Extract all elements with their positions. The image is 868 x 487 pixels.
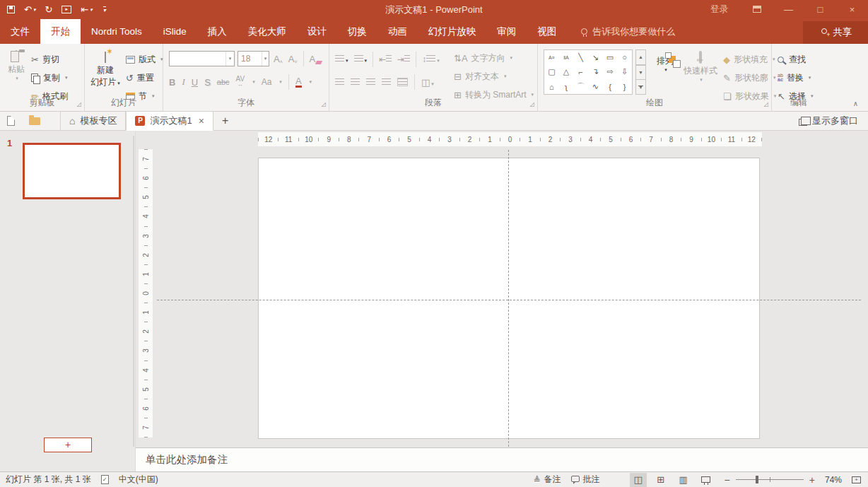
slideshow-view-button[interactable] bbox=[698, 473, 715, 487]
ribbon-tab[interactable]: 设计 bbox=[297, 19, 337, 44]
arc-icon[interactable]: ⌒ bbox=[573, 79, 588, 94]
font-name-combo[interactable]: ▾ bbox=[169, 51, 235, 66]
zoom-slider-thumb[interactable] bbox=[756, 476, 758, 483]
new-slide-button[interactable]: ✶ 新建 幻灯片▾ bbox=[89, 52, 122, 88]
redo-icon[interactable]: ↻ bbox=[45, 4, 52, 15]
decrease-font-size-button[interactable]: A˅ bbox=[288, 54, 298, 64]
font-size-dropdown-icon[interactable]: ▾ bbox=[262, 52, 269, 66]
file-tab[interactable]: 文件 bbox=[0, 19, 40, 44]
horizontal-guide[interactable] bbox=[157, 300, 861, 300]
clipboard-dialog-launcher-icon[interactable]: ◿ bbox=[77, 101, 81, 107]
oval-icon[interactable]: ○ bbox=[617, 50, 632, 65]
clear-formatting-button[interactable]: A bbox=[310, 54, 322, 64]
distribute-text-button[interactable] bbox=[397, 78, 408, 86]
ribbon-tab[interactable]: 视图 bbox=[527, 19, 567, 44]
ribbon-tab[interactable]: 动画 bbox=[377, 19, 418, 44]
elbow-connector-icon[interactable]: ⌐ bbox=[573, 65, 588, 80]
reading-view-button[interactable]: ▥ bbox=[675, 473, 692, 487]
template-zone-tab[interactable]: ⌂ 模板专区 bbox=[60, 112, 126, 130]
spell-check-icon[interactable]: ✓ bbox=[101, 475, 109, 484]
increase-indent-button[interactable]: ⇥ bbox=[397, 54, 410, 64]
change-case-button[interactable]: Aa bbox=[262, 77, 272, 87]
minimize-button[interactable]: — bbox=[773, 4, 804, 15]
signin-link[interactable]: 登录 bbox=[698, 4, 741, 16]
arrow-icon[interactable]: ↘ bbox=[588, 50, 603, 65]
triangle-icon[interactable]: △ bbox=[559, 65, 574, 80]
align-text-button[interactable]: ⊟ 对齐文本▾ bbox=[454, 67, 534, 86]
align-center-button[interactable] bbox=[351, 78, 360, 86]
align-left-button[interactable] bbox=[335, 78, 344, 86]
notes-toggle[interactable]: ≜ 备注 bbox=[534, 474, 561, 486]
freeform-icon[interactable]: ⌂ bbox=[544, 79, 559, 94]
maximize-button[interactable]: □ bbox=[804, 4, 836, 15]
text-shadow-button[interactable]: S bbox=[204, 77, 211, 88]
bold-button[interactable]: B bbox=[169, 77, 175, 88]
zoom-slider[interactable] bbox=[736, 479, 804, 480]
line-spacing-button[interactable]: ↕▾ bbox=[422, 54, 440, 64]
justify-button[interactable] bbox=[382, 78, 391, 86]
columns-button[interactable]: ◫▾ bbox=[421, 77, 434, 88]
down-arrow-icon[interactable]: ⇩ bbox=[617, 65, 632, 80]
align-right-button[interactable] bbox=[366, 78, 375, 86]
vertical-ruler[interactable]: 765432101234567 bbox=[139, 149, 153, 438]
horizontal-ruler[interactable]: 1211109876543210123456789101112 bbox=[258, 132, 762, 146]
qat-tool-icon[interactable]: ⇤▾ bbox=[81, 4, 92, 15]
share-button[interactable]: 共享 bbox=[803, 21, 868, 44]
ribbon-tab[interactable]: iSlide bbox=[153, 19, 197, 44]
left-brace-icon[interactable]: { bbox=[603, 79, 618, 94]
gallery-scroll-down-icon[interactable]: ▼ bbox=[635, 65, 646, 81]
zoom-out-button[interactable]: − bbox=[725, 474, 730, 486]
font-size-input[interactable] bbox=[238, 52, 262, 66]
paragraph-dialog-launcher-icon[interactable]: ◿ bbox=[530, 101, 534, 107]
zoom-level[interactable]: 74% bbox=[825, 475, 842, 485]
arrange-button[interactable]: 排列 ▾ bbox=[651, 52, 679, 73]
layout-button[interactable]: 版式▾ bbox=[126, 51, 163, 68]
ribbon-tab[interactable]: 切换 bbox=[337, 19, 377, 44]
rectangle-icon[interactable]: ▭ bbox=[603, 50, 618, 65]
notes-pane[interactable]: 单击此处添加备注 bbox=[136, 447, 868, 471]
character-spacing-button[interactable]: AV↔ bbox=[236, 76, 245, 88]
slide-thumbnail[interactable] bbox=[23, 143, 121, 199]
decrease-indent-button[interactable]: ⇤ bbox=[379, 54, 392, 64]
font-dialog-launcher-icon[interactable]: ◿ bbox=[322, 101, 326, 107]
underline-button[interactable]: U bbox=[192, 77, 198, 88]
text-direction-button[interactable]: ⇅A 文字方向▾ bbox=[454, 49, 534, 67]
close-tab-icon[interactable]: × bbox=[199, 115, 204, 127]
ribbon-tab[interactable]: 开始 bbox=[40, 19, 81, 44]
document-tab[interactable]: P 演示文稿1 × bbox=[126, 112, 213, 131]
vertical-text-box-icon[interactable]: ‖A bbox=[559, 50, 574, 65]
save-icon[interactable] bbox=[7, 6, 15, 13]
font-color-button[interactable]: A bbox=[295, 77, 302, 88]
vertical-guide[interactable] bbox=[508, 150, 509, 447]
font-size-combo[interactable]: ▾ bbox=[237, 51, 269, 66]
copy-button[interactable]: 复制▾ bbox=[31, 69, 68, 86]
strikethrough-button[interactable]: abc bbox=[217, 78, 230, 86]
right-brace-icon[interactable]: } bbox=[617, 79, 632, 94]
find-button[interactable]: 查找 bbox=[778, 50, 806, 69]
reset-button[interactable]: ↺ 重置 bbox=[126, 69, 154, 86]
scribble-icon[interactable]: ʅ bbox=[559, 79, 574, 94]
rounded-rectangle-icon[interactable]: ▢ bbox=[544, 65, 559, 80]
collapse-ribbon-icon[interactable]: ∧ bbox=[853, 100, 858, 107]
comments-toggle[interactable]: 批注 bbox=[571, 474, 600, 486]
line-icon[interactable]: ╲ bbox=[573, 50, 588, 65]
panel-scrollbar[interactable] bbox=[133, 136, 134, 447]
close-button[interactable]: × bbox=[836, 4, 868, 15]
quick-styles-button[interactable]: 快速样式 ▾ bbox=[681, 52, 720, 83]
ribbon-tab[interactable]: 审阅 bbox=[486, 19, 527, 44]
shape-fill-button[interactable]: ◆ 形状填充▾ bbox=[723, 50, 775, 69]
start-slideshow-icon[interactable]: ▸ bbox=[61, 6, 71, 13]
italic-button[interactable]: I bbox=[182, 76, 184, 88]
shape-outline-button[interactable]: ✎ 形状轮廓▾ bbox=[723, 69, 775, 87]
drawing-dialog-launcher-icon[interactable]: ◿ bbox=[764, 101, 768, 107]
ribbon-tab[interactable]: 插入 bbox=[197, 19, 237, 44]
add-slide-button[interactable]: + bbox=[44, 438, 92, 452]
elbow-arrow-connector-icon[interactable]: ↴ bbox=[588, 65, 603, 80]
slide-sorter-view-button[interactable]: ⊞ bbox=[652, 473, 669, 487]
replace-button[interactable]: abac 替换▾ bbox=[778, 69, 811, 87]
bullets-button[interactable]: ▾ bbox=[335, 54, 348, 64]
numbering-button[interactable]: ▾ bbox=[354, 54, 368, 64]
right-arrow-icon[interactable]: ⇨ bbox=[603, 65, 618, 80]
increase-font-size-button[interactable]: A˄ bbox=[274, 54, 283, 64]
ribbon-tab[interactable]: 幻灯片放映 bbox=[418, 19, 487, 44]
